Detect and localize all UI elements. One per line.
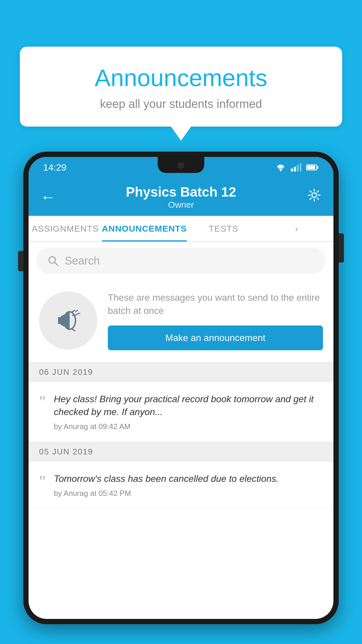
svg-line-14 (72, 310, 75, 312)
promo-description: These are messages you want to send to t… (108, 291, 323, 317)
tab-announcements[interactable]: ANNOUNCEMENTS (102, 216, 187, 242)
promo-icon-circle (39, 291, 97, 350)
megaphone-icon (54, 306, 83, 335)
phone-mockup: 14:29 (23, 152, 339, 644)
header-title: Physics Batch 12 (126, 184, 236, 200)
svg-rect-3 (297, 165, 299, 172)
quote-icon-2: " (39, 473, 46, 490)
app-header: ← Physics Batch 12 Owner (29, 178, 333, 216)
svg-line-15 (73, 315, 76, 316)
search-bar[interactable]: Search (37, 248, 325, 274)
bubble-subtitle: keep all your students informed (34, 97, 328, 111)
svg-rect-2 (294, 167, 296, 172)
status-bar: 14:29 (29, 157, 333, 178)
svg-line-17 (75, 310, 78, 312)
svg-point-8 (312, 193, 317, 197)
announcement-item-1[interactable]: " Hey class! Bring your practical record… (29, 382, 333, 442)
status-icons (275, 163, 319, 172)
bubble-title: Announcements (34, 64, 328, 92)
svg-line-18 (77, 313, 80, 314)
svg-rect-12 (58, 317, 61, 324)
settings-icon[interactable] (307, 188, 322, 206)
svg-line-16 (72, 329, 75, 331)
quote-icon-1: " (39, 394, 46, 410)
announcement-meta-1: by Anurag at 09:42 AM (54, 422, 323, 431)
status-time: 14:29 (43, 162, 66, 173)
svg-rect-4 (300, 163, 301, 172)
promo-section: These are messages you want to send to t… (29, 279, 333, 362)
tab-assignments[interactable]: ASSIGNMENTS (29, 216, 102, 242)
announcement-content-1: Hey class! Bring your practical record b… (54, 393, 323, 431)
date-separator-2: 05 JUN 2019 (29, 442, 333, 462)
date-separator-1: 06 JUN 2019 (29, 362, 333, 382)
announcement-meta-2: by Anurag at 05:42 PM (54, 489, 323, 498)
promo-content: These are messages you want to send to t… (108, 291, 323, 350)
phone-outer: 14:29 (23, 152, 339, 624)
tab-tests[interactable]: TESTS (187, 216, 260, 242)
search-icon (47, 255, 59, 267)
signal-icon (291, 163, 301, 172)
svg-rect-1 (291, 169, 293, 172)
notch-camera (178, 162, 184, 169)
speech-bubble-container: Announcements keep all your students inf… (20, 47, 342, 127)
tabs-bar: ASSIGNMENTS ANNOUNCEMENTS TESTS › (29, 216, 333, 242)
notch (158, 157, 204, 173)
battery-icon (306, 164, 319, 171)
announcement-text-1: Hey class! Bring your practical record b… (54, 393, 323, 419)
header-center: Physics Batch 12 Owner (126, 184, 236, 210)
svg-rect-6 (317, 166, 318, 169)
announcement-content-2: Tomorrow's class has been cancelled due … (54, 472, 323, 498)
search-container: Search (29, 242, 333, 279)
svg-line-10 (55, 262, 58, 266)
announcement-text-2: Tomorrow's class has been cancelled due … (54, 472, 323, 485)
search-placeholder: Search (65, 255, 100, 267)
back-button[interactable]: ← (40, 188, 55, 206)
header-subtitle: Owner (126, 200, 236, 210)
phone-screen: 14:29 (29, 157, 333, 619)
svg-rect-7 (307, 166, 315, 169)
speech-bubble: Announcements keep all your students inf… (20, 47, 342, 127)
make-announcement-button[interactable]: Make an announcement (108, 326, 323, 350)
wifi-icon (275, 163, 286, 172)
tab-more[interactable]: › (260, 216, 333, 242)
announcement-item-2[interactable]: " Tomorrow's class has been cancelled du… (29, 462, 333, 509)
